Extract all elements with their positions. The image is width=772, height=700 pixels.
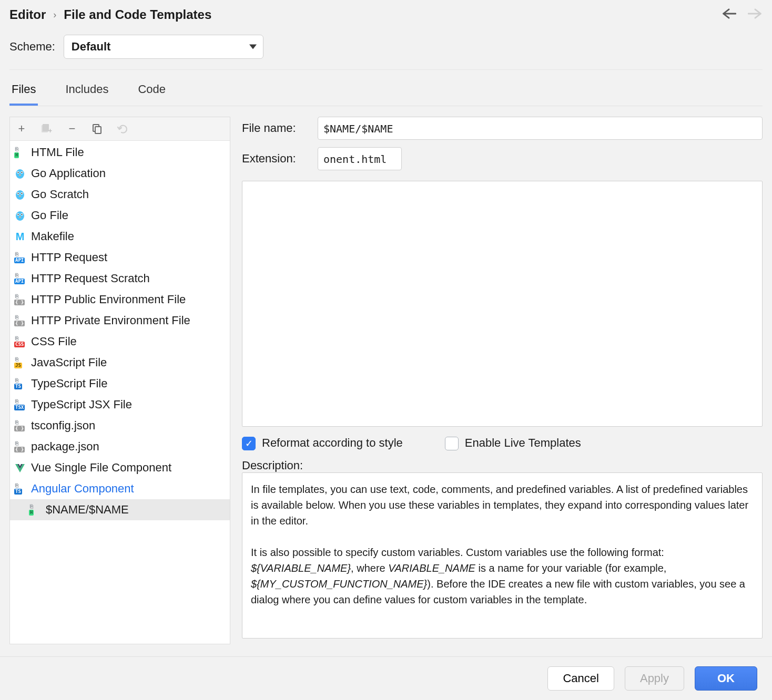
template-item[interactable]: ⎘CSSCSS File [10, 331, 230, 352]
checkmark-icon: ✓ [242, 437, 256, 450]
svg-text:+: + [48, 127, 52, 134]
template-item[interactable]: Go Application [10, 163, 230, 184]
description-p2: It is also possible to specify custom va… [251, 544, 754, 608]
template-item[interactable]: ⎘TSTypeScript File [10, 373, 230, 394]
template-item[interactable]: ⎘TSXTypeScript JSX File [10, 394, 230, 415]
file-type-icon: ⎘JS [14, 357, 26, 368]
template-label: Vue Single File Component [31, 461, 171, 475]
template-label: tsconfig.json [31, 419, 95, 433]
template-label: $NAME/$NAME [46, 503, 129, 517]
template-label: JavaScript File [31, 356, 107, 369]
remove-button[interactable]: − [66, 122, 78, 135]
file-type-icon: ⎘H [14, 147, 26, 158]
file-type-icon: ⎘API [14, 273, 26, 284]
template-item[interactable]: ⎘{ }HTTP Private Environment File [10, 310, 230, 331]
file-type-icon: ⎘{ } [14, 294, 26, 305]
breadcrumb-page: File and Code Templates [64, 7, 211, 22]
breadcrumb-root[interactable]: Editor [9, 7, 46, 22]
tab-code[interactable]: Code [136, 83, 168, 106]
file-type-icon: ⎘TSX [14, 399, 26, 410]
tabs: FilesIncludesCode [9, 70, 763, 106]
template-list-panel: + + − ⎘HHTML FileGo ApplicationGo Scratc… [9, 117, 230, 644]
cancel-button[interactable]: Cancel [547, 666, 614, 691]
scheme-select[interactable]: Default [64, 35, 263, 59]
file-type-icon: ⎘H [29, 504, 40, 516]
template-item[interactable]: ⎘JSJavaScript File [10, 352, 230, 373]
file-name-label: File name: [242, 121, 310, 135]
template-label: Go Application [31, 167, 106, 180]
description-box: In file templates, you can use text, cod… [242, 472, 763, 639]
reformat-checkbox[interactable]: ✓Reformat according to style [242, 436, 403, 450]
tab-files[interactable]: Files [9, 83, 38, 106]
file-type-icon [14, 168, 26, 179]
checkbox-empty-icon [445, 437, 459, 450]
copy-button[interactable] [91, 122, 104, 135]
template-label: CSS File [31, 335, 77, 348]
file-type-icon: ⎘{ } [14, 420, 26, 431]
reformat-label: Reformat according to style [262, 436, 403, 449]
scheme-label: Scheme: [9, 40, 55, 54]
svg-point-9 [22, 172, 23, 173]
live-templates-checkbox[interactable]: Enable Live Templates [445, 436, 581, 450]
template-label: HTTP Private Environment File [31, 314, 190, 327]
template-item[interactable]: Go File [10, 205, 230, 226]
template-item[interactable]: ⎘HHTML File [10, 142, 230, 163]
template-tree[interactable]: ⎘HHTML FileGo ApplicationGo ScratchGo Fi… [10, 141, 230, 644]
dialog-footer: Cancel Apply OK [0, 656, 772, 700]
template-label: Go Scratch [31, 188, 89, 201]
template-label: HTTP Request [31, 251, 107, 264]
undo-button [116, 122, 129, 135]
svg-point-14 [18, 193, 19, 194]
template-item[interactable]: MMakefile [10, 226, 230, 247]
nav-forward-icon [748, 6, 763, 23]
file-type-icon: ⎘{ } [14, 315, 26, 326]
svg-point-20 [18, 214, 19, 215]
template-label: Angular Component [31, 482, 134, 496]
description-label: Description: [242, 459, 763, 472]
svg-point-8 [18, 172, 19, 173]
nav-back-icon[interactable] [722, 6, 736, 23]
template-label: HTTP Request Scratch [31, 272, 150, 285]
template-item[interactable]: ⎘{ }tsconfig.json [10, 415, 230, 436]
template-item[interactable]: Vue Single File Component [10, 457, 230, 478]
template-label: TypeScript JSX File [31, 398, 132, 411]
template-toolbar: + + − [10, 117, 230, 141]
extension-label: Extension: [242, 152, 310, 166]
template-item[interactable]: ⎘APIHTTP Request [10, 247, 230, 268]
live-templates-label: Enable Live Templates [465, 436, 581, 449]
file-type-icon: M [14, 231, 26, 242]
file-name-input[interactable]: $NAME/$NAME [318, 117, 763, 140]
svg-point-16 [19, 195, 21, 197]
ok-button[interactable]: OK [695, 666, 757, 691]
file-type-icon [14, 462, 26, 473]
template-label: HTML File [31, 146, 84, 159]
apply-button: Apply [625, 666, 684, 691]
svg-point-5 [16, 169, 24, 179]
template-label: TypeScript File [31, 377, 108, 390]
template-editor[interactable] [242, 181, 763, 427]
svg-rect-4 [95, 127, 101, 133]
file-type-icon [14, 189, 26, 200]
file-type-icon: ⎘CSS [14, 336, 26, 347]
chevron-right-icon: › [53, 9, 56, 20]
file-type-icon: ⎘TS [14, 483, 26, 495]
template-label: Makefile [31, 230, 74, 243]
svg-point-11 [16, 190, 24, 200]
extension-input[interactable]: onent.html [318, 147, 402, 170]
svg-point-15 [22, 193, 23, 194]
tab-includes[interactable]: Includes [63, 83, 110, 106]
template-item[interactable]: ⎘{ }package.json [10, 436, 230, 457]
description-p1: In file templates, you can use text, cod… [251, 481, 754, 529]
chevron-down-icon [249, 45, 257, 49]
svg-point-21 [22, 214, 23, 215]
template-item[interactable]: ⎘APIHTTP Request Scratch [10, 268, 230, 289]
template-label: package.json [31, 440, 99, 454]
template-item[interactable]: ⎘TSAngular Component [10, 478, 230, 499]
template-item[interactable]: ⎘{ }HTTP Public Environment File [10, 289, 230, 310]
scheme-value: Default [72, 40, 111, 54]
add-button[interactable]: + [15, 122, 28, 135]
template-item[interactable]: ⎘H$NAME/$NAME [10, 499, 230, 520]
template-item[interactable]: Go Scratch [10, 184, 230, 205]
file-type-icon: ⎘TS [14, 378, 26, 389]
breadcrumb: Editor › File and Code Templates [9, 0, 763, 28]
